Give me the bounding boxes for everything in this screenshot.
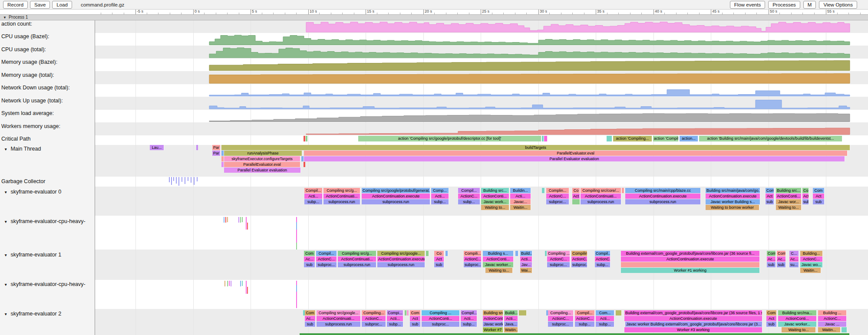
gc-event-tick[interactable] xyxy=(176,177,177,184)
trace-event-bar[interactable]: Par xyxy=(212,145,221,150)
trace-event-sliver[interactable] xyxy=(240,217,241,223)
trace-event-bar[interactable]: Act xyxy=(572,194,580,199)
track-label-skyframe-evaluator-2[interactable]: ▼skyframe-evaluator 2 xyxy=(1,311,61,317)
trace-event-bar[interactable]: Waiting to... xyxy=(485,268,513,273)
trace-event-bar[interactable]: Compili... xyxy=(464,251,482,256)
trace-event-bar[interactable]: buildTargets xyxy=(221,145,850,150)
trace-event-bar[interactable]: Compiling src/core/... xyxy=(581,188,621,193)
trace-event-bar[interactable]: Comp... xyxy=(431,188,449,193)
trace-event-bar[interactable]: ActionC... xyxy=(316,256,337,262)
trace-event-bar[interactable]: subproc... xyxy=(316,262,337,267)
trace-event-bar[interactable] xyxy=(446,251,448,256)
track-label-skyframe-evaluator-0[interactable]: ▼skyframe-evaluator 0 xyxy=(1,189,61,195)
trace-event-bar[interactable]: Acti... xyxy=(596,316,614,321)
trace-event-bar[interactable]: ActionC... xyxy=(818,316,847,321)
trace-event-bar[interactable]: Act xyxy=(802,194,809,199)
trace-event-bar[interactable]: Waiting to... xyxy=(776,205,802,210)
gc-event-tick[interactable] xyxy=(197,177,198,181)
trace-event-sliver[interactable] xyxy=(247,223,248,230)
trace-event-bar[interactable]: ActionContinuati... xyxy=(338,256,376,262)
trace-event-bar[interactable]: Compil... xyxy=(458,188,480,193)
trace-event-bar[interactable]: ActionContinuati... xyxy=(323,194,360,199)
trace-event-bar[interactable]: sub xyxy=(777,262,786,267)
trace-event-bar[interactable]: Java... xyxy=(504,322,518,327)
trace-event-bar[interactable]: subprocess.run xyxy=(581,199,621,204)
trace-event-bar[interactable]: ActionConti... xyxy=(483,256,514,262)
trace-event-bar[interactable]: sub xyxy=(766,199,774,204)
counter-cpu-usage-bazel[interactable] xyxy=(209,35,850,45)
trace-event-bar[interactable]: Compiling ... xyxy=(422,310,460,315)
trace-event-bar[interactable]: Compilin... xyxy=(571,251,587,256)
trace-event-bar[interactable]: subp... xyxy=(461,322,477,327)
trace-event-sliver[interactable] xyxy=(296,230,297,243)
trace-event-bar[interactable]: ParallelEvaluator.eval xyxy=(304,151,848,156)
trace-event-bar[interactable] xyxy=(196,145,198,150)
trace-event-bar[interactable]: Com xyxy=(305,310,316,315)
trace-event-bar[interactable]: Compiling src/g... xyxy=(323,188,360,193)
trace-event-bar[interactable]: subprocess.run xyxy=(362,199,430,204)
trace-event-bar[interactable]: Acti... xyxy=(431,194,449,199)
counter-memory-usage-bazel[interactable] xyxy=(209,61,850,71)
gc-event-tick[interactable] xyxy=(194,177,195,185)
trace-event-bar[interactable]: Waiting to... xyxy=(481,205,509,210)
trace-event-bar[interactable]: subp... xyxy=(575,322,595,327)
trace-event-bar[interactable]: Compiling... xyxy=(362,310,386,315)
trace-event-sliver[interactable] xyxy=(240,281,241,286)
counter-workers-memory-usage[interactable] xyxy=(306,128,850,135)
trace-event-bar[interactable]: Ac... xyxy=(304,256,315,262)
trace-event-sliver[interactable] xyxy=(224,281,225,286)
trace-event-bar[interactable]: Com xyxy=(813,188,825,193)
track-label-skyframe-evaluator-cpu-heavy[interactable]: ▼skyframe-evaluator-cpu-heavy- xyxy=(1,281,86,287)
trace-event-bar[interactable]: Javac worker Buil... xyxy=(483,322,503,327)
process-header[interactable]: ▼Process 1 xyxy=(0,14,868,20)
trace-event-sliver[interactable] xyxy=(296,281,297,285)
counter-network-up-usage-total[interactable] xyxy=(209,100,850,109)
flow-events-button[interactable]: Flow events xyxy=(730,1,765,9)
trace-event-sliver[interactable] xyxy=(296,285,297,292)
trace-event-bar[interactable]: Acti... xyxy=(520,256,532,262)
track-label-skyframe-evaluator-cpu-heavy[interactable]: ▼skyframe-evaluator-cpu-heavy- xyxy=(1,218,86,224)
trace-event-bar[interactable]: ActionConti... xyxy=(776,194,802,199)
trace-event-bar[interactable]: sub xyxy=(434,262,444,267)
trace-event-bar[interactable]: Building... xyxy=(800,251,823,256)
trace-event-bar[interactable]: ActionContinuation.execute xyxy=(621,256,760,262)
trace-event-bar[interactable]: Lau... xyxy=(150,145,164,150)
trace-event-bar[interactable] xyxy=(221,156,224,161)
trace-event-bar[interactable] xyxy=(842,327,847,332)
trace-event-bar[interactable]: Building external/com_google_protobuf/ja… xyxy=(621,251,760,256)
trace-event-bar[interactable] xyxy=(515,251,518,256)
trace-event-sliver[interactable] xyxy=(296,222,297,230)
trace-event-bar[interactable] xyxy=(622,188,624,193)
track-label-skyframe-evaluator-1[interactable]: ▼skyframe-evaluator 1 xyxy=(1,252,61,258)
trace-event-bar[interactable] xyxy=(542,188,545,193)
trace-event-sliver[interactable] xyxy=(246,217,247,230)
trace-event-bar[interactable]: Compil... xyxy=(304,188,323,193)
trace-event-bar[interactable]: Compil... xyxy=(461,310,477,315)
trace-event-bar[interactable]: action 'Compiling... xyxy=(613,136,652,141)
trace-event-sliver[interactable] xyxy=(242,217,243,222)
trace-event-bar[interactable]: Com xyxy=(777,251,786,256)
trace-event-bar[interactable]: ActionContinuation.execute xyxy=(706,194,760,199)
trace-event-bar[interactable] xyxy=(572,199,580,204)
trace-event-bar[interactable]: Acti... xyxy=(461,316,477,321)
trace-event-bar[interactable]: subproc... xyxy=(422,322,460,327)
trace-event-bar[interactable]: Par xyxy=(212,151,221,156)
trace-event-bar[interactable]: Complin... xyxy=(546,188,569,193)
trace-event-sliver[interactable] xyxy=(229,281,230,286)
trace-event-bar[interactable]: Javac wo... xyxy=(800,262,823,267)
trace-event-bar[interactable]: subproc... xyxy=(546,199,569,204)
trace-event-bar[interactable]: subp... xyxy=(596,322,614,327)
trace-event-bar[interactable]: Com xyxy=(304,251,315,256)
trace-event-bar[interactable] xyxy=(221,162,224,167)
trace-event-bar[interactable]: sub xyxy=(766,322,777,327)
trace-event-sliver[interactable] xyxy=(225,217,226,223)
trace-event-bar[interactable]: Com xyxy=(767,251,776,256)
trace-event-bar[interactable]: action... xyxy=(680,136,698,141)
trace-event-bar[interactable]: Jav... xyxy=(520,262,532,267)
trace-event-bar[interactable]: Co xyxy=(802,188,809,193)
trace-event-bar[interactable] xyxy=(616,310,622,315)
trace-event-bar[interactable]: Buildin... xyxy=(510,188,531,193)
trace-event-bar[interactable]: subp... xyxy=(304,199,323,204)
trace-event-bar[interactable]: Acti... xyxy=(504,316,518,321)
trace-event-bar[interactable]: subproc... xyxy=(547,262,570,267)
